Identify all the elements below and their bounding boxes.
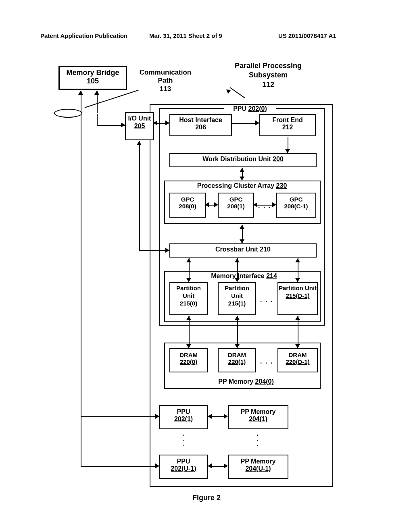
block-ppmem-n: PP Memory 204(U-1): [228, 455, 288, 479]
part-title-1: Partition Unit: [219, 285, 255, 300]
hostif-title: Host Interface: [170, 116, 231, 124]
dram-title-1: DRAM: [219, 351, 255, 358]
block-front-end: Front End 212: [259, 114, 316, 136]
block-dram-n: DRAM 220(D-1): [277, 348, 318, 372]
ppu1-title: PPU: [160, 408, 207, 416]
ppu0-num: 202(0): [248, 105, 267, 112]
pca-num: 230: [276, 182, 287, 189]
header-right: US 2011/0078417 A1: [278, 32, 336, 39]
ppmemn-num: 204(U-1): [229, 465, 288, 472]
memory-bridge-label: Memory Bridge: [60, 69, 126, 77]
partn-num: 215(D-1): [278, 292, 317, 300]
ppmemn-title: PP Memory: [229, 458, 288, 465]
pca-title: Processing Cluster Array: [197, 182, 274, 189]
block-dram-1: DRAM 220(1): [218, 348, 256, 372]
block-gpc-0: GPC 208(0): [169, 193, 206, 218]
wdu-num: 200: [273, 156, 284, 162]
header-left: Patent Application Publication: [40, 32, 127, 39]
ppmem0-num: 204(0): [255, 378, 274, 385]
block-ppu-n: PPU 202(U-1): [159, 455, 208, 479]
header-mid: Mar. 31, 2011 Sheet 2 of 9: [149, 32, 222, 39]
ppmem0-title: PP Memory: [218, 378, 253, 385]
comm-path-label-group: Communication Path 113: [133, 69, 198, 93]
wdu-title: Work Distribution Unit: [202, 156, 271, 162]
gpc0-num: 208(0): [170, 203, 205, 210]
part-title-n: Partition Unit: [278, 285, 317, 292]
dram-title-0: DRAM: [170, 351, 207, 358]
memory-bridge-num: 105: [60, 77, 126, 85]
part0-num: 215(0): [170, 300, 207, 308]
patent-figure-canvas: Patent Application Publication Mar. 31, …: [0, 0, 413, 532]
dram-title-n: DRAM: [278, 351, 317, 358]
pca-header: Processing Cluster Array 230: [173, 182, 311, 189]
block-dram-0: DRAM 220(0): [169, 348, 208, 372]
xbar-title: Crossbar Unit: [215, 246, 258, 253]
block-ppmem-1: PP Memory 204(1): [228, 405, 288, 429]
block-part-1: Partition Unit 215(1): [218, 282, 256, 315]
frontend-title: Front End: [260, 116, 315, 124]
block-host-interface: Host Interface 206: [169, 114, 232, 136]
gpc-title-n: GPC: [277, 196, 315, 203]
part-ellipsis: . . .: [260, 296, 273, 303]
comm-path-title: Communication Path: [133, 69, 198, 85]
dram-ellipsis: . . .: [260, 358, 273, 365]
ppmem-vdots: ...: [257, 431, 258, 447]
block-gpc-1: GPC 208(1): [218, 193, 254, 218]
block-memory-bridge: Memory Bridge 105: [58, 66, 127, 90]
comm-path-num: 113: [133, 85, 198, 93]
xbar-num: 210: [260, 246, 271, 253]
gpc-title-1: GPC: [219, 196, 253, 203]
pps-num: 112: [226, 80, 311, 89]
dram0-num: 220(0): [170, 358, 207, 365]
pps-title: Parallel Processing Subsystem: [226, 61, 311, 79]
ppu-vdots: ...: [182, 431, 184, 447]
gpc-title-0: GPC: [170, 196, 205, 203]
gpc1-num: 208(1): [219, 203, 253, 210]
block-ppu-1: PPU 202(1): [159, 405, 208, 429]
hostif-num: 206: [170, 124, 231, 131]
block-wdu: Work Distribution Unit 200: [169, 153, 317, 167]
block-part-n: Partition Unit 215(D-1): [277, 282, 318, 315]
pps-label-group: Parallel Processing Subsystem 112: [226, 61, 311, 89]
ppmem1-num: 204(1): [229, 416, 288, 423]
gpcn-num: 208(C-1): [277, 203, 315, 210]
block-gpc-n: GPC 208(C-1): [276, 193, 316, 218]
dramn-num: 220(D-1): [278, 358, 317, 365]
frontend-num: 212: [260, 124, 315, 131]
block-part-0: Partition Unit 215(0): [169, 282, 208, 315]
ppun-num: 202(U-1): [160, 465, 207, 472]
part1-num: 215(1): [219, 300, 255, 308]
ppmem0-label: PP Memory 204(0): [202, 378, 290, 385]
figure-caption: Figure 2: [0, 494, 413, 502]
ppmem1-title: PP Memory: [229, 408, 288, 416]
ppu0-title: PPU: [233, 105, 246, 112]
io-title: I/O Unit: [126, 114, 153, 122]
block-crossbar: Crossbar Unit 210: [169, 243, 317, 258]
part-title-0: Partition Unit: [170, 285, 207, 300]
ppun-title: PPU: [160, 458, 207, 465]
dram1-num: 220(1): [219, 358, 255, 365]
ppu0-header: PPU 202(0): [224, 105, 276, 113]
memif-header: Memory Interface 214: [186, 272, 302, 280]
block-io-unit: I/O Unit 205: [125, 112, 154, 140]
ppu1-num: 202(1): [160, 416, 207, 423]
io-num: 205: [126, 122, 153, 130]
memif-num: 214: [266, 272, 277, 279]
gpc-ellipsis: . . .: [258, 202, 271, 210]
